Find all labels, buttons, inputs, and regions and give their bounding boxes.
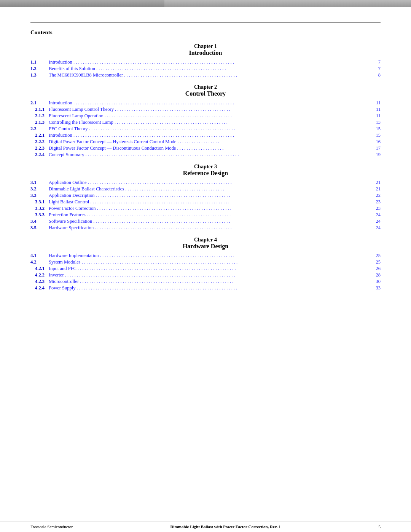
- toc-page-2.2.2: 16: [371, 139, 381, 145]
- toc-entry-3.3.2[interactable]: 3.3.2Power Factor Correction . . . . . .…: [30, 206, 381, 211]
- toc-text-2.2.4: Concept Summary . . . . . . . . . . . . …: [49, 152, 370, 158]
- toc-entry-4.2[interactable]: 4.2System Modules . . . . . . . . . . . …: [30, 259, 381, 265]
- toc-entry-3.4[interactable]: 3.4Software Specification . . . . . . . …: [30, 219, 381, 224]
- toc-num-3.1: 3.1: [30, 180, 49, 185]
- toc-text-2.2.3: Digital Power Factor Concept — Discontin…: [49, 145, 370, 151]
- toc-entry-2.2[interactable]: 2.2PFC Control Theory . . . . . . . . . …: [30, 126, 381, 132]
- toc-text-4.2.4: Power Supply . . . . . . . . . . . . . .…: [49, 285, 370, 291]
- toc-page-1.2: 7: [371, 66, 381, 72]
- toc-text-3.3: Application Description . . . . . . . . …: [49, 193, 370, 198]
- toc-num-3.4: 3.4: [30, 219, 49, 224]
- toc-text-2.1.2: Fluorescent Lamp Operation . . . . . . .…: [49, 113, 370, 119]
- toc-entry-1.3[interactable]: 1.3The MC68HC908LB8 Microcontroller . . …: [30, 72, 381, 78]
- chapter-4-entries: 4.1Hardware Implementation . . . . . . .…: [30, 253, 381, 291]
- toc-page-4.2.4: 33: [371, 285, 381, 291]
- toc-entry-2.1[interactable]: 2.1Introduction . . . . . . . . . . . . …: [30, 100, 381, 106]
- toc-num-3.3.3: 3.3.3: [30, 212, 49, 218]
- toc-entry-3.5[interactable]: 3.5Hardware Specification . . . . . . . …: [30, 225, 381, 231]
- toc-num-3.3: 3.3: [30, 193, 49, 198]
- toc-page-3.3.2: 23: [371, 206, 381, 211]
- toc-entry-4.2.2[interactable]: 4.2.2Inverter . . . . . . . . . . . . . …: [30, 272, 381, 278]
- toc-entry-2.2.1[interactable]: 2.2.1Introduction . . . . . . . . . . . …: [30, 133, 381, 138]
- toc-page-3.3: 22: [371, 193, 381, 198]
- footer-right: 5: [379, 524, 381, 529]
- chapter-3-entries: 3.1Application Outline . . . . . . . . .…: [30, 180, 381, 231]
- toc-text-4.2.2: Inverter . . . . . . . . . . . . . . . .…: [49, 272, 370, 278]
- toc-num-2.2.4: 2.2.4: [30, 152, 49, 158]
- chapter-2-heading: Chapter 2Control Theory: [30, 84, 381, 97]
- toc-entry-3.2[interactable]: 3.2Dimmable Light Ballast Characteristic…: [30, 186, 381, 192]
- toc-num-4.1: 4.1: [30, 253, 49, 259]
- toc-page-2.2.3: 17: [371, 145, 381, 151]
- toc-entry-4.2.4[interactable]: 4.2.4Power Supply . . . . . . . . . . . …: [30, 285, 381, 291]
- toc-num-3.3.1: 3.3.1: [30, 199, 49, 205]
- toc-entry-2.2.4[interactable]: 2.2.4Concept Summary . . . . . . . . . .…: [30, 152, 381, 158]
- chapter-3-title: Reference Design: [30, 170, 381, 177]
- toc-num-3.2: 3.2: [30, 186, 49, 192]
- toc-entry-1.2[interactable]: 1.2Benefits of this Solution . . . . . .…: [30, 66, 381, 72]
- toc-text-3.1: Application Outline . . . . . . . . . . …: [49, 180, 370, 185]
- toc-text-3.5: Hardware Specification . . . . . . . . .…: [49, 225, 370, 231]
- toc-num-1.1: 1.1: [30, 59, 49, 65]
- chapter-3-word: Chapter 3: [30, 164, 381, 170]
- footer: Freescale Semiconductor Dimmable Light B…: [0, 521, 411, 532]
- top-decorative-bar: [0, 0, 411, 7]
- toc-page-2.1.1: 11: [371, 107, 381, 112]
- toc-page-4.2.2: 28: [371, 272, 381, 278]
- toc-page-3.4: 24: [371, 219, 381, 224]
- toc-num-4.2.1: 4.2.1: [30, 266, 49, 272]
- toc-entry-2.1.1[interactable]: 2.1.1Fluorescent Lamp Control Theory . .…: [30, 107, 381, 112]
- chapter-2-entries: 2.1Introduction . . . . . . . . . . . . …: [30, 100, 381, 158]
- toc-text-4.1: Hardware Implementation . . . . . . . . …: [49, 253, 370, 259]
- toc-num-2.2.1: 2.2.1: [30, 133, 49, 138]
- content-area: Contents Chapter 1Introduction1.1Introdu…: [0, 7, 411, 521]
- toc-entry-4.1[interactable]: 4.1Hardware Implementation . . . . . . .…: [30, 253, 381, 259]
- footer-center: Dimmable Light Ballast with Power Factor…: [73, 524, 379, 529]
- toc-entry-2.1.2[interactable]: 2.1.2Fluorescent Lamp Operation . . . . …: [30, 113, 381, 119]
- toc-page-3.2: 21: [371, 186, 381, 192]
- toc-text-3.4: Software Specification . . . . . . . . .…: [49, 219, 370, 224]
- toc-entry-4.2.1[interactable]: 4.2.1Input and PFC . . . . . . . . . . .…: [30, 266, 381, 272]
- toc-entry-2.2.3[interactable]: 2.2.3Digital Power Factor Concept — Disc…: [30, 145, 381, 151]
- toc-entry-3.3.3[interactable]: 3.3.3Protection Features . . . . . . . .…: [30, 212, 381, 218]
- toc-text-3.2: Dimmable Light Ballast Characteristics .…: [49, 186, 370, 192]
- toc-num-2.1.1: 2.1.1: [30, 107, 49, 112]
- toc-page-1.3: 8: [371, 72, 381, 78]
- chapter-2-title: Control Theory: [30, 90, 381, 97]
- toc-text-1.1: Introduction . . . . . . . . . . . . . .…: [49, 59, 370, 65]
- toc-page-2.2.1: 15: [371, 133, 381, 138]
- toc-text-3.3.1: Light Ballast Control . . . . . . . . . …: [49, 199, 370, 205]
- toc-num-4.2.4: 4.2.4: [30, 285, 49, 291]
- toc-num-2.2.2: 2.2.2: [30, 139, 49, 145]
- toc-page-4.2: 25: [371, 259, 381, 265]
- toc-entry-3.3[interactable]: 3.3Application Description . . . . . . .…: [30, 193, 381, 198]
- toc-text-1.2: Benefits of this Solution . . . . . . . …: [49, 66, 370, 72]
- toc-num-2.1.3: 2.1.3: [30, 120, 49, 125]
- toc-page-1.1: 7: [371, 59, 381, 65]
- toc-num-2.1.2: 2.1.2: [30, 113, 49, 119]
- toc-entry-1.1[interactable]: 1.1Introduction . . . . . . . . . . . . …: [30, 59, 381, 65]
- page-container: Contents Chapter 1Introduction1.1Introdu…: [0, 0, 411, 532]
- toc-page-3.3.3: 24: [371, 212, 381, 218]
- top-rule: [30, 22, 381, 22]
- toc-entry-2.2.2[interactable]: 2.2.2Digital Power Factor Concept — Hyst…: [30, 139, 381, 145]
- toc-entry-3.3.1[interactable]: 3.3.1Light Ballast Control . . . . . . .…: [30, 199, 381, 205]
- toc-entry-2.1.3[interactable]: 2.1.3Controlling the Fluorescent Lamp . …: [30, 120, 381, 125]
- toc-page-2.2.4: 19: [371, 152, 381, 158]
- toc-page-3.1: 21: [371, 180, 381, 185]
- toc-num-3.5: 3.5: [30, 225, 49, 231]
- toc-entry-3.1[interactable]: 3.1Application Outline . . . . . . . . .…: [30, 180, 381, 185]
- contents-heading: Contents: [30, 29, 381, 36]
- toc-page-2.1: 11: [371, 100, 381, 106]
- chapter-1-entries: 1.1Introduction . . . . . . . . . . . . …: [30, 59, 381, 78]
- toc-num-4.2.3: 4.2.3: [30, 279, 49, 284]
- toc-entry-4.2.3[interactable]: 4.2.3Microcontroller . . . . . . . . . .…: [30, 279, 381, 284]
- toc-text-2.2.1: Introduction . . . . . . . . . . . . . .…: [49, 133, 370, 138]
- toc-page-2.1.3: 13: [371, 120, 381, 125]
- toc-text-2.1: Introduction . . . . . . . . . . . . . .…: [49, 100, 370, 106]
- toc-page-4.1: 25: [371, 253, 381, 259]
- toc-text-3.3.2: Power Factor Correction . . . . . . . . …: [49, 206, 370, 211]
- toc-text-1.3: The MC68HC908LB8 Microcontroller . . . .…: [49, 72, 370, 78]
- chapter-2-word: Chapter 2: [30, 84, 381, 90]
- toc-container: Chapter 1Introduction1.1Introduction . .…: [30, 43, 381, 291]
